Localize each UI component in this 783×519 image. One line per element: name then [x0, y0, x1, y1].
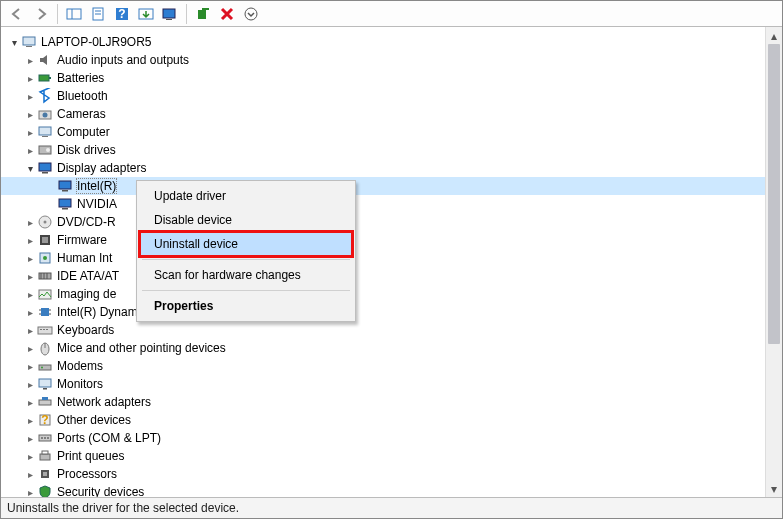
tree-category[interactable]: ▸Cameras [1, 105, 765, 123]
chevron-right-icon[interactable]: ▸ [23, 109, 37, 120]
ctx-disable-device[interactable]: Disable device [140, 208, 352, 232]
display-icon [57, 178, 73, 194]
forward-button[interactable] [29, 3, 53, 25]
tree-category[interactable]: ▸Bluetooth [1, 87, 765, 105]
chevron-down-icon[interactable]: ▾ [7, 37, 21, 48]
other-icon: ? [37, 412, 53, 428]
tree-category[interactable]: ▸Processors [1, 465, 765, 483]
tree-category[interactable]: ▸Audio inputs and outputs [1, 51, 765, 69]
context-menu: Update driver Disable device Uninstall d… [136, 180, 356, 322]
tree-category[interactable]: ▸Keyboards [1, 321, 765, 339]
category-label: Other devices [57, 413, 131, 427]
svg-rect-46 [40, 329, 42, 330]
imaging-icon [37, 286, 53, 302]
svg-rect-26 [62, 190, 68, 192]
chevron-right-icon[interactable]: ▸ [23, 55, 37, 66]
chevron-right-icon[interactable]: ▸ [23, 397, 37, 408]
ctx-scan-hardware[interactable]: Scan for hardware changes [140, 263, 352, 287]
device-tree[interactable]: ▾ LAPTOP-0LJR9OR5 ▸Audio inputs and outp… [1, 27, 765, 497]
tree-category[interactable]: ▸Modems [1, 357, 765, 375]
category-label: Display adapters [57, 161, 146, 175]
arrow-left-icon [10, 7, 24, 21]
tree-category[interactable]: ▾Display adapters [1, 159, 765, 177]
tree-category[interactable]: ▸?Other devices [1, 411, 765, 429]
add-legacy-button[interactable] [191, 3, 215, 25]
help-button[interactable]: ? [110, 3, 134, 25]
chevron-right-icon[interactable]: ▸ [23, 127, 37, 138]
scroll-down-button[interactable]: ▾ [766, 480, 782, 497]
tree-category[interactable]: ▸Intel(R) Dynamic Platform and Thermal F… [1, 303, 765, 321]
ctx-properties[interactable]: Properties [140, 294, 352, 318]
chevron-right-icon[interactable]: ▸ [23, 253, 37, 264]
update-icon [138, 7, 154, 21]
scroll-thumb[interactable] [768, 44, 780, 344]
chevron-right-icon[interactable]: ▸ [23, 235, 37, 246]
scan-button[interactable] [158, 3, 182, 25]
svg-rect-10 [198, 10, 206, 19]
security-icon [37, 484, 53, 497]
chevron-right-icon[interactable]: ▸ [23, 307, 37, 318]
tree-category[interactable]: ▸Disk drives [1, 141, 765, 159]
chevron-right-icon[interactable]: ▸ [23, 487, 37, 498]
svg-rect-0 [67, 9, 81, 19]
category-label: DVD/CD-R [57, 215, 116, 229]
more-button[interactable] [239, 3, 263, 25]
tree-category[interactable]: ▸IDE ATA/AT [1, 267, 765, 285]
tree-category[interactable]: ▸Computer [1, 123, 765, 141]
svg-rect-15 [39, 75, 49, 81]
chevron-right-icon[interactable]: ▸ [23, 361, 37, 372]
add-hardware-icon [196, 7, 210, 21]
tree-category[interactable]: ▸Batteries [1, 69, 765, 87]
svg-rect-28 [62, 208, 68, 210]
chevron-right-icon[interactable]: ▸ [23, 415, 37, 426]
svg-rect-27 [59, 199, 71, 207]
category-label: Bluetooth [57, 89, 108, 103]
category-label: Firmware [57, 233, 107, 247]
chevron-right-icon[interactable]: ▸ [23, 91, 37, 102]
chevron-right-icon[interactable]: ▸ [23, 289, 37, 300]
ctx-uninstall-device[interactable]: Uninstall device [140, 232, 352, 256]
chevron-right-icon[interactable]: ▸ [23, 433, 37, 444]
show-hidden-button[interactable] [62, 3, 86, 25]
scroll-up-button[interactable]: ▴ [766, 27, 782, 44]
device-tree-area: ▾ LAPTOP-0LJR9OR5 ▸Audio inputs and outp… [1, 27, 782, 498]
tree-category[interactable]: ▸Monitors [1, 375, 765, 393]
chevron-right-icon[interactable]: ▸ [23, 325, 37, 336]
tree-category[interactable]: ▸Print queues [1, 447, 765, 465]
back-button[interactable] [5, 3, 29, 25]
tree-category[interactable]: ▸Ports (COM & LPT) [1, 429, 765, 447]
properties-toolbar-button[interactable] [86, 3, 110, 25]
panel-icon [66, 7, 82, 21]
tree-category[interactable]: ▸Network adapters [1, 393, 765, 411]
tree-root[interactable]: ▾ LAPTOP-0LJR9OR5 [1, 33, 765, 51]
speaker-icon [37, 52, 53, 68]
chevron-right-icon[interactable]: ▸ [23, 217, 37, 228]
category-label: Keyboards [57, 323, 114, 337]
svg-rect-53 [39, 379, 51, 387]
uninstall-toolbar-button[interactable] [215, 3, 239, 25]
chevron-right-icon[interactable]: ▸ [23, 469, 37, 480]
tree-category[interactable]: ▸Security devices [1, 483, 765, 497]
category-label: Ports (COM & LPT) [57, 431, 161, 445]
mouse-icon [37, 340, 53, 356]
tree-category[interactable]: ▸Firmware [1, 231, 765, 249]
svg-point-34 [43, 256, 47, 260]
svg-rect-19 [39, 127, 51, 135]
tree-device[interactable]: NVIDIA [1, 195, 765, 213]
tree-category[interactable]: ▸Mice and other pointing devices [1, 339, 765, 357]
tree-category[interactable]: ▸DVD/CD-R [1, 213, 765, 231]
chevron-right-icon[interactable]: ▸ [23, 73, 37, 84]
ctx-update-driver[interactable]: Update driver [140, 184, 352, 208]
chevron-right-icon[interactable]: ▸ [23, 343, 37, 354]
chevron-right-icon[interactable]: ▸ [23, 145, 37, 156]
tree-category[interactable]: ▸Imaging de [1, 285, 765, 303]
vertical-scrollbar[interactable]: ▴ ▾ [765, 27, 782, 497]
tree-category[interactable]: ▸Human Int [1, 249, 765, 267]
chevron-right-icon[interactable]: ▸ [23, 271, 37, 282]
chevron-right-icon[interactable]: ▸ [23, 451, 37, 462]
chevron-right-icon[interactable]: ▸ [23, 379, 37, 390]
chevron-down-icon[interactable]: ▾ [23, 163, 37, 174]
tree-device[interactable]: Intel(R) [1, 177, 765, 195]
update-driver-button[interactable] [134, 3, 158, 25]
category-label: Computer [57, 125, 110, 139]
